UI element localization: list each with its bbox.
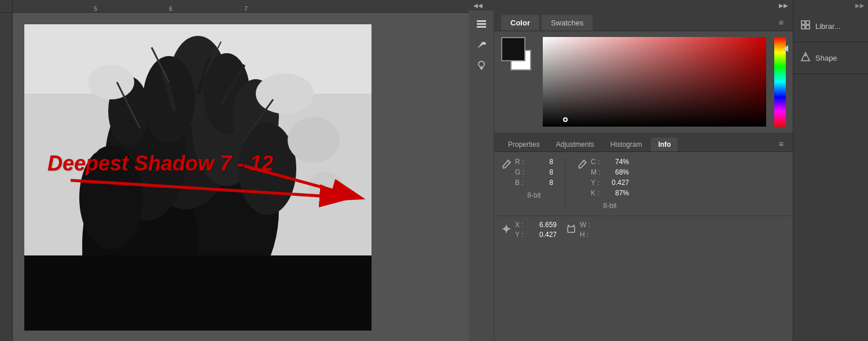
b-label: B : (515, 179, 527, 187)
ruler-left (0, 13, 13, 341)
libraries-icon (800, 20, 811, 32)
svg-rect-43 (801, 21, 805, 24)
tab-swatches[interactable]: Swatches (542, 15, 593, 31)
g-value: 8 (530, 168, 553, 176)
b-value: 8 (530, 179, 553, 187)
r-value: 8 (530, 158, 553, 166)
ruler-num-5: 5 (58, 6, 133, 12)
info-content: R : 8 G : 8 B : 8 8-bit (494, 152, 793, 216)
info-c-row: C : 74% (591, 158, 629, 166)
y-row: Y : 0.427 (515, 231, 557, 239)
gradient-main (543, 37, 766, 127)
right-sidebar: ▶▶ Librar... Shape (793, 0, 868, 341)
fg-bg-swatches (501, 37, 537, 73)
info-m-row: M : 68% (591, 168, 629, 176)
ruler-num-7: 7 (208, 6, 284, 12)
m-value: 68% (606, 168, 629, 176)
svg-point-10 (143, 56, 195, 143)
brush-icon[interactable] (473, 36, 490, 53)
tab-adjustments[interactable]: Adjustments (549, 138, 601, 151)
x-value: 6.659 (528, 221, 557, 229)
info-b-row: B : 8 (515, 179, 553, 187)
svg-point-48 (805, 55, 807, 57)
ruler-num-6: 6 (133, 6, 208, 12)
foreground-swatch[interactable] (501, 37, 525, 61)
collapse-right-btn2[interactable]: ▶▶ (855, 2, 865, 9)
w-value (594, 221, 623, 229)
svg-point-34 (479, 61, 484, 67)
sidebar-top: ▶▶ (793, 0, 868, 10)
ruler-top: 5 6 7 (0, 0, 469, 13)
info-k-row: K : 87% (591, 189, 629, 197)
svg-point-17 (288, 117, 340, 163)
tree-svg (24, 24, 372, 331)
sidebar-item-libraries[interactable]: Librar... (793, 10, 868, 42)
svg-point-16 (256, 73, 314, 114)
collapse-left-btn[interactable]: ◀◀ (473, 2, 483, 9)
coord-labels-xy: X : 6.659 Y : 0.427 (515, 221, 557, 239)
c-label: C : (591, 158, 602, 166)
shape-label: Shape (815, 54, 837, 62)
k-label: K : (591, 189, 602, 197)
gradient-indicator (563, 117, 568, 122)
eyedropper-right-icon[interactable] (577, 159, 587, 172)
crosshair-icon (501, 224, 512, 236)
color-panel-tabs: Color Swatches ≡ (494, 10, 793, 31)
y-value: 0.427 (606, 179, 629, 187)
info-panel-tabs: Properties Adjustments Histogram Info ≡ (494, 132, 793, 152)
k-value: 87% (606, 189, 629, 197)
h-value (593, 231, 621, 239)
right-panel: ◀◀ ▶▶ Color Swatches ≡ (469, 0, 793, 341)
info-panel-menu-icon[interactable]: ≡ (777, 136, 786, 151)
svg-rect-32 (477, 26, 486, 28)
xy-coord-group: X : 6.659 Y : 0.427 (501, 221, 557, 239)
sidebar-item-shape[interactable]: Shape (793, 42, 868, 74)
canvas-wrapper[interactable]: Deepest Shadow 7 - 12 (13, 13, 469, 341)
color-panel: Color Swatches ≡ (494, 10, 793, 341)
bit-label-right: 8-bit (591, 202, 629, 210)
layers-icon[interactable] (473, 15, 490, 32)
svg-point-19 (308, 172, 343, 201)
tab-color[interactable]: Color (501, 15, 539, 31)
info-g-row: G : 8 (515, 168, 553, 176)
svg-rect-46 (806, 25, 810, 29)
g-label: G : (515, 168, 527, 176)
m-label: M : (591, 168, 602, 176)
info-y-row: Y : 0.427 (591, 179, 629, 187)
hue-indicator (784, 45, 788, 52)
svg-line-35 (507, 161, 509, 164)
svg-rect-30 (477, 20, 486, 22)
tab-histogram[interactable]: Histogram (604, 138, 649, 151)
x-label: X : (515, 221, 524, 229)
y-label: Y : (591, 179, 602, 187)
w-row: W : (580, 221, 623, 229)
h-row: H : (580, 231, 623, 239)
collapse-right-btn[interactable]: ▶▶ (779, 2, 788, 9)
color-panel-menu-icon[interactable]: ≡ (777, 14, 786, 31)
svg-rect-45 (801, 25, 805, 29)
hue-slider-container[interactable] (774, 37, 786, 127)
svg-point-15 (88, 65, 134, 99)
r-label: R : (515, 158, 527, 166)
canvas-container: Deepest Shadow 7 - 12 (0, 13, 469, 341)
y-coord-label: Y : (515, 231, 524, 239)
document-canvas: Deepest Shadow 7 - 12 (24, 24, 372, 331)
toolbar-strip (469, 10, 494, 341)
tab-info[interactable]: Info (651, 138, 678, 151)
coords-section: X : 6.659 Y : 0.427 (494, 216, 793, 243)
eyedropper-left-icon[interactable] (501, 159, 512, 172)
bit-label-left: 8-bit (515, 191, 553, 199)
panel-collapse-row: ◀◀ ▶▶ (469, 0, 793, 10)
color-gradient-picker[interactable] (543, 37, 766, 127)
tab-properties[interactable]: Properties (501, 138, 547, 151)
c-value: 74% (606, 158, 629, 166)
svg-rect-20 (24, 255, 372, 331)
info-r-row: R : 8 (515, 158, 553, 166)
svg-rect-40 (568, 227, 575, 232)
svg-rect-31 (477, 23, 486, 25)
libraries-label: Librar... (815, 22, 840, 31)
clone-stamp-icon[interactable] (473, 57, 490, 74)
wh-coord-group: W : H : (566, 221, 623, 239)
svg-marker-47 (801, 53, 810, 61)
h-label: H : (580, 231, 589, 239)
